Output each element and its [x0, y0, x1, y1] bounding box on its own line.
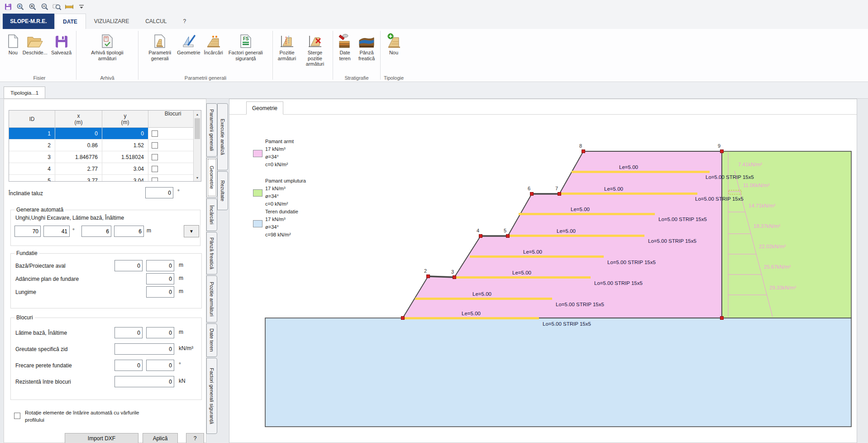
side-tab-parametrii-generali[interactable]: Parametrii generali: [206, 103, 217, 157]
cell-blocuri[interactable]: [148, 128, 194, 139]
blocuri-checkbox[interactable]: [152, 142, 158, 149]
cell-id[interactable]: 4: [9, 163, 55, 174]
scrollbar-thumb[interactable]: [195, 118, 200, 139]
baza-input-1[interactable]: [114, 260, 143, 271]
canvas-tab-geometrie[interactable]: Geometrie: [246, 101, 283, 115]
tab-vizualizare[interactable]: VIZUALIZARE: [86, 14, 137, 29]
frecare-input-1[interactable]: [114, 360, 143, 371]
latime-input-2[interactable]: [146, 327, 174, 338]
cell-y[interactable]: 1.52: [102, 140, 148, 151]
blocuri-checkbox[interactable]: [152, 130, 158, 137]
nou-button[interactable]: Nou: [5, 31, 21, 57]
blocuri-checkbox[interactable]: [152, 166, 158, 172]
scroll-up-icon[interactable]: ▲: [194, 111, 201, 118]
side-tab-factori-generali[interactable]: Factori generali siguranță: [206, 358, 217, 434]
inclinatie-taluz-input[interactable]: [145, 187, 173, 198]
toolbar-options-icon[interactable]: [77, 2, 86, 11]
scroll-down-icon[interactable]: ▼: [194, 174, 201, 181]
table-row[interactable]: 3 1.846776 1.518024: [9, 151, 201, 163]
side-tab-panza-freatica[interactable]: Pânză freatică: [206, 232, 217, 274]
adancime-input[interactable]: [146, 273, 174, 284]
zoom-in-icon[interactable]: [28, 2, 37, 11]
blocuri-checkbox[interactable]: [152, 154, 158, 160]
soil-data-icon: [338, 32, 352, 48]
cell-blocuri[interactable]: [148, 140, 194, 151]
cell-x[interactable]: 0.86: [55, 140, 102, 151]
side-tab-geometrie[interactable]: Geometrie: [206, 158, 217, 197]
table-row[interactable]: 2 0.86 1.52: [9, 140, 201, 151]
panza-freatica-button[interactable]: Pânză freatică: [355, 31, 378, 62]
rotatie-checkbox[interactable]: [14, 413, 20, 419]
incarcari-button[interactable]: Încărcări: [202, 31, 225, 57]
zoom-extents-icon[interactable]: [16, 2, 25, 11]
lungime-input[interactable]: [146, 286, 174, 298]
table-row[interactable]: 4 2.77 3.04: [9, 163, 201, 175]
geometrie-button[interactable]: Geometrie: [175, 31, 202, 57]
zoom-window-icon[interactable]: [52, 2, 62, 11]
side-tab-date-teren[interactable]: Date teren: [206, 323, 217, 357]
sterge-pozitie-armaturi-button[interactable]: Sterge pozitie armături: [299, 31, 331, 68]
cell-blocuri[interactable]: [148, 151, 194, 163]
cell-id[interactable]: 2: [9, 140, 55, 151]
arhiva-tipologii-button[interactable]: Arhivă tipologii armături: [80, 31, 134, 62]
parametrii-generali-button[interactable]: Parametrii generali: [144, 31, 175, 62]
deschide-button[interactable]: Deschide...: [21, 31, 49, 57]
kn-unit: kN: [179, 378, 186, 384]
import-dxf-button[interactable]: Import DXF: [65, 433, 138, 443]
inaltime-input[interactable]: [114, 226, 144, 237]
svg-text:29.33kN/m²: 29.33kN/m²: [769, 285, 796, 290]
cell-y[interactable]: 0: [102, 128, 148, 139]
side-tab-pozitie-armaturi[interactable]: Pozitie armături: [206, 275, 217, 323]
drawing-canvas-panel[interactable]: Geometrie Pamant armt 17 kN/m³ ø=34° c=0…: [229, 99, 857, 443]
factori-generali-button[interactable]: FS Factori generali siguranță: [225, 31, 267, 62]
table-row[interactable]: 5 3.77 3.04: [9, 175, 201, 182]
side-tab-incarcari[interactable]: Încărcări: [206, 198, 217, 231]
side-tab-rezultate[interactable]: Rezultate: [217, 171, 228, 210]
salveaza-button[interactable]: Salvează: [49, 31, 73, 57]
measure-icon[interactable]: [65, 2, 74, 11]
tab-calcul[interactable]: CALCUL: [137, 14, 175, 29]
cell-id[interactable]: 1: [9, 128, 55, 139]
cell-x[interactable]: 0: [55, 128, 102, 139]
rezistenta-input[interactable]: [114, 376, 174, 387]
cell-id[interactable]: 5: [9, 175, 55, 182]
svg-text:3: 3: [451, 269, 454, 274]
cell-blocuri[interactable]: [148, 163, 194, 174]
frecare-input-2[interactable]: [146, 360, 174, 371]
help-button[interactable]: ?: [186, 433, 204, 443]
tab-help[interactable]: ?: [175, 14, 195, 29]
app-tab-slope-mre[interactable]: SLOPE-M.R.E.: [3, 14, 54, 29]
side-tab-executie-analiza[interactable]: Executie analiză: [217, 103, 228, 170]
save-icon[interactable]: [4, 2, 13, 11]
zoom-out-icon[interactable]: [40, 2, 49, 11]
cell-y[interactable]: 3.04: [102, 163, 148, 174]
cell-x[interactable]: 3.77: [55, 175, 102, 182]
unghi-input[interactable]: [14, 226, 41, 237]
vertex-4: [479, 235, 482, 238]
cell-x[interactable]: 2.77: [55, 163, 102, 174]
cell-y[interactable]: 1.518024: [102, 151, 148, 163]
greutate-input[interactable]: [114, 343, 174, 355]
date-teren-button[interactable]: Date teren: [335, 31, 355, 62]
document-tab-tipologia[interactable]: Tipologia...1: [4, 87, 45, 98]
cell-y[interactable]: 3.04: [102, 175, 148, 182]
tab-date[interactable]: DATE: [54, 14, 86, 29]
generare-dropdown-button[interactable]: ▼: [184, 225, 199, 237]
latime-input-1[interactable]: [114, 327, 143, 338]
legend-name: Pamant armt: [265, 138, 294, 145]
coordinates-table[interactable]: ID x(m) y(m) Blocuri 1 0 0 2 0.86 1.52 3…: [9, 110, 201, 182]
cell-x[interactable]: 1.846776: [55, 151, 102, 163]
rezistenta-label: Rezistentă între blocuri: [15, 379, 71, 385]
unghi-excavare-input[interactable]: [43, 226, 70, 237]
cell-id[interactable]: 3: [9, 151, 55, 163]
pozitie-armaturi-button[interactable]: Pozitie armături: [275, 31, 299, 62]
baza-input-2[interactable]: [146, 260, 174, 271]
aplica-button[interactable]: Aplică: [143, 433, 178, 443]
table-row[interactable]: 1 0 0: [9, 128, 201, 140]
latime-baza-input[interactable]: [81, 226, 111, 237]
table-scrollbar[interactable]: ▲ ▼: [193, 111, 201, 181]
blocuri-checkbox[interactable]: [152, 178, 158, 182]
nou-tipologie-button[interactable]: Nou: [385, 31, 403, 57]
slope-cross-section[interactable]: Le=5.00 Le=5.00 Le=5.00 Le=5.00 Le=5.00 …: [229, 99, 858, 443]
cell-blocuri[interactable]: [148, 175, 194, 182]
